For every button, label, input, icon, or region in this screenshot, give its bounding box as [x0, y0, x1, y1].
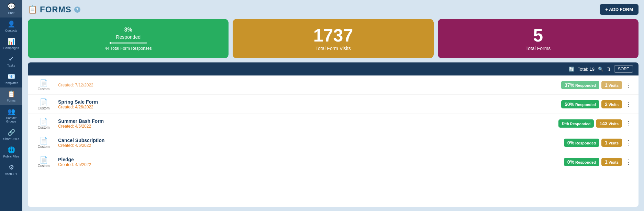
- table-row: 📄 Custom Spring Sale Form Created: 4/26/…: [28, 95, 639, 114]
- responded-pct: 0%: [567, 140, 574, 145]
- sidebar-item-short-urls[interactable]: 🔗 Short URLs: [0, 126, 22, 143]
- form-name: Pledge: [58, 157, 560, 162]
- table-row: 📄 Custom Pledge Created: 4/5/2022 0% Res…: [28, 152, 639, 171]
- visits-badge: 2 Visits: [601, 100, 622, 108]
- visits-num: 1: [605, 82, 608, 88]
- page-header: 📋 FORMS ? + ADD FORM: [28, 4, 639, 15]
- form-info: Created: 7/12/2022: [58, 83, 557, 87]
- sidebar-item-campaigns[interactable]: 📊 Campaigns: [0, 35, 22, 52]
- filter-icon[interactable]: ⇅: [607, 67, 611, 72]
- form-type-label: Custom: [38, 87, 49, 91]
- form-type-label: Custom: [38, 145, 49, 149]
- form-type-badge: 📄 Custom: [33, 137, 54, 149]
- header-left: 📋 FORMS ?: [28, 5, 80, 14]
- responded-progress-bar-fill: [110, 42, 111, 44]
- responded-progress-section: 3% Responded 44 Total Form Responses: [105, 27, 152, 51]
- visits-text: Visits: [609, 103, 619, 107]
- more-options-button[interactable]: ⋮: [624, 120, 633, 127]
- visits-label: Total Form Visits: [315, 46, 351, 51]
- table-header-bar: 🔄 Total: 19 🔍 ⇅ SORT: [28, 62, 639, 75]
- refresh-icon[interactable]: 🔄: [569, 67, 574, 72]
- visits-badge: 1 Visits: [601, 81, 622, 89]
- responded-progress-bar-container: [110, 42, 147, 44]
- sidebar-item-label-tasks: Tasks: [7, 64, 15, 67]
- search-icon[interactable]: 🔍: [598, 67, 603, 72]
- more-options-button[interactable]: ⋮: [624, 101, 633, 108]
- form-type-badge: 📄 Custom: [33, 98, 54, 110]
- sidebar-item-public-files[interactable]: 🌐 Public Files: [0, 143, 22, 161]
- sidebar-item-label-campaigns: Campaigns: [3, 46, 19, 50]
- responded-pct: 37%: [565, 82, 574, 88]
- table-controls: 🔄 Total: 19 🔍 ⇅ SORT: [569, 65, 633, 73]
- help-button[interactable]: ?: [74, 7, 80, 13]
- table-row: 📄 Custom Summer Bash Form Created: 4/6/2…: [28, 114, 639, 133]
- form-badges: 37% Responded 1 Visits ⋮: [561, 81, 633, 89]
- created-date: 4/5/2022: [75, 162, 91, 167]
- created-label: Created:: [58, 162, 74, 167]
- form-name: Cancel Subscription: [58, 138, 560, 143]
- more-options-button[interactable]: ⋮: [624, 158, 633, 166]
- responded-stat-card: 3% Responded 44 Total Form Responses: [28, 19, 229, 58]
- responded-badge: 50% Responded: [561, 100, 599, 108]
- contact-groups-icon: 👥: [8, 108, 15, 115]
- short-urls-icon: 🔗: [8, 129, 15, 136]
- sidebar-item-vastgpt[interactable]: ⚙ VastGPT: [0, 161, 22, 178]
- total-forms-label: Total Forms: [525, 46, 551, 51]
- responded-text: Responded: [570, 122, 591, 126]
- add-form-button[interactable]: + ADD FORM: [600, 4, 639, 15]
- responded-badge: 37% Responded: [561, 81, 599, 89]
- more-options-button[interactable]: ⋮: [624, 139, 633, 146]
- form-created: Created: 4/5/2022: [58, 162, 560, 167]
- public-files-icon: 🌐: [8, 146, 15, 154]
- visits-text: Visits: [609, 160, 619, 164]
- sidebar-item-label-chat: Chat: [8, 11, 14, 15]
- form-type-badge: 📄 Custom: [33, 156, 54, 168]
- form-type-label: Custom: [38, 164, 49, 168]
- created-label: Created:: [58, 124, 74, 129]
- visits-text: Visits: [609, 83, 619, 87]
- sidebar-item-templates[interactable]: 📧 Templates: [0, 70, 22, 87]
- sort-button[interactable]: SORT: [614, 65, 633, 73]
- created-date: 4/26/2022: [75, 105, 93, 109]
- responded-badge: 0% Responded: [564, 158, 599, 166]
- form-created: Created: 4/26/2022: [58, 105, 557, 109]
- visits-stat-card: 1737 Total Form Visits: [233, 19, 433, 58]
- total-label: Total: 19: [578, 67, 595, 72]
- form-info: Spring Sale Form Created: 4/26/2022: [58, 99, 557, 109]
- form-info: Pledge Created: 4/5/2022: [58, 157, 560, 167]
- form-doc-icon: 📄: [40, 117, 48, 126]
- responded-pct: 0%: [567, 159, 574, 165]
- table-row: 📄 Custom Created: 7/12/2022 37% Responde…: [28, 75, 639, 95]
- responded-percent: 3%: [105, 27, 152, 33]
- responded-text: Responded: [575, 103, 596, 107]
- form-type-badge: 📄 Custom: [33, 117, 54, 129]
- sidebar-item-chat[interactable]: 💬 Chat: [0, 0, 22, 17]
- sidebar-item-contacts[interactable]: 👤 Contacts: [0, 17, 22, 35]
- sidebar-item-label-short-urls: Short URLs: [3, 137, 19, 141]
- sidebar-item-label-contact-groups: Contact Groups: [1, 116, 21, 123]
- created-date: 4/6/2022: [75, 143, 91, 148]
- created-date: 4/6/2022: [75, 124, 91, 129]
- sidebar-item-tasks[interactable]: ✔ Tasks: [0, 52, 22, 70]
- more-options-button[interactable]: ⋮: [624, 81, 633, 89]
- created-label: Created:: [58, 105, 74, 109]
- campaigns-icon: 📊: [8, 38, 15, 45]
- form-doc-icon: 📄: [40, 79, 48, 87]
- created-date: 7/12/2022: [75, 83, 93, 87]
- form-doc-icon: 📄: [40, 137, 48, 145]
- form-type-label: Custom: [38, 106, 49, 110]
- tasks-icon: ✔: [9, 55, 14, 63]
- form-type-label: Custom: [38, 126, 49, 129]
- responded-pct: 50%: [565, 102, 574, 107]
- responded-label: Responded: [105, 34, 152, 40]
- forms-icon: 📋: [8, 90, 15, 98]
- sidebar-item-label-forms: Forms: [7, 99, 16, 102]
- contacts-icon: 👤: [8, 20, 15, 28]
- sidebar-item-contact-groups[interactable]: 👥 Contact Groups: [0, 105, 22, 126]
- sidebar-item-label-templates: Templates: [4, 81, 18, 85]
- form-doc-icon: 📄: [40, 156, 48, 164]
- form-created: Created: 4/6/2022: [58, 124, 554, 129]
- sidebar-item-forms[interactable]: 📋 Forms: [0, 87, 22, 105]
- form-badges: 0% Responded 1 Visits ⋮: [564, 158, 633, 166]
- visits-num: 1: [605, 140, 608, 145]
